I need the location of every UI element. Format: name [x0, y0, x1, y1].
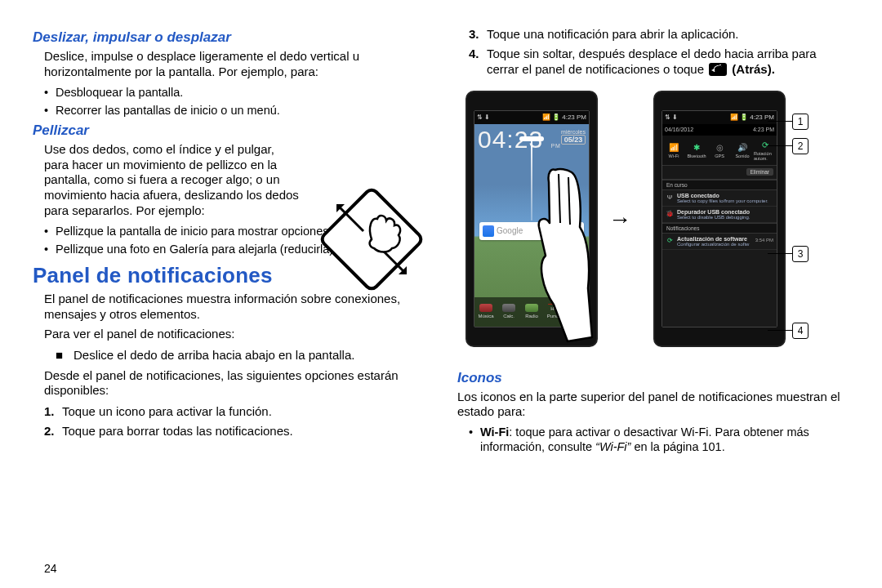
quick-toggles-row: 📶Wi-Fi ✱Bluetooth ◎GPS 🔊Sonido ⟳Rotación… [662, 136, 777, 166]
step-text: Toque sin soltar, después desplace el de… [487, 46, 849, 78]
bug-icon: 🐞 [666, 210, 674, 218]
dock-label: Música [478, 313, 493, 320]
arrow-right-icon: → [608, 207, 631, 233]
pinch-gesture-illustration [310, 178, 433, 301]
status-right: 📶 🔋 4:23 PM [542, 114, 586, 121]
phone-notification-panel: ⇅⬇ 📶 🔋 4:23 PM 04/16/2012 4:23 PM 📶Wi-Fi… [653, 91, 786, 347]
status-right: 📶 🔋 4:23 PM [730, 114, 774, 121]
panel-time: 4:23 PM [753, 127, 774, 132]
phone-screen: ⇅⬇ 📶 🔋 4:23 PM 04/16/2012 4:23 PM 📶Wi-Fi… [662, 110, 777, 327]
callout-number: 2 [792, 138, 808, 154]
dock-label: aciones [569, 313, 586, 320]
left-column: Deslizar, impulsar o desplazar Deslice, … [16, 24, 441, 580]
status-bar: ⇅⬇ 📶 🔋 4:23 PM [662, 111, 777, 124]
toggle-rotation: ⟳Rotación autom. [754, 136, 777, 165]
notif-debug: 🐞 Depurador USB conectado Select to disa… [662, 207, 777, 223]
phone-homescreen: ⇅⬇ 📶 🔋 4:23 PM 04:23 PM miércoles 05/23 [466, 91, 598, 347]
clear-button: Eliminar [746, 168, 773, 176]
bullet: Desbloquear la pantalla. [33, 85, 425, 100]
clock-day: miércoles [561, 129, 586, 135]
section-en-curso: En curso [662, 180, 777, 190]
step-text: Toque para borrar todas las notificacion… [62, 423, 293, 439]
panel-date-row: 04/16/2012 4:23 PM [662, 124, 777, 136]
square-step: ■ Deslice el dedo de arriba hacia abajo … [33, 347, 425, 363]
back-icon [709, 63, 727, 76]
notif-usb: Ψ USB conectado Select to copy files to/… [662, 190, 777, 207]
toggle-wifi: 📶Wi-Fi [662, 136, 685, 165]
google-icon [483, 225, 494, 237]
heading-pellizcar: Pellizcar [33, 122, 425, 139]
wifi-italic: “Wi-Fi” [595, 440, 630, 453]
callout-number: 3 [792, 246, 808, 262]
pull-handle-line [531, 139, 532, 220]
toggle-bluetooth: ✱Bluetooth [685, 136, 708, 165]
toggle-label: Bluetooth [687, 154, 706, 158]
status-left-icons: ⇅⬇ [665, 114, 679, 121]
dock-label: Hot Pursuit [546, 305, 563, 320]
step-3: 3. Toque una notificación para abrir la … [457, 26, 849, 42]
clear-row: Eliminar [662, 166, 777, 180]
callout-3: 3 [792, 246, 808, 262]
page-number: 24 [44, 562, 57, 575]
callout-1: 1 [792, 114, 808, 130]
status-bar: ⇅⬇ 📶 🔋 4:23 PM [474, 111, 589, 124]
wallpaper: 04:23 PM miércoles 05/23 Google [474, 124, 589, 327]
status-time: 4:23 PM [750, 114, 774, 121]
notif-subtitle: Select to disable USB debugging. [677, 215, 773, 220]
status-left-icons: ⇅⬇ [477, 114, 492, 121]
step4-post: (Atrás). [732, 62, 775, 76]
dock-icon-music: Música [478, 304, 494, 320]
status-time: 4:23 PM [562, 114, 586, 121]
step-number: 2. [44, 423, 62, 439]
dock-icon-radio: Radio [523, 304, 540, 320]
toggle-sound: 🔊Sonido [731, 136, 754, 165]
toggle-gps: ◎GPS [708, 136, 731, 165]
google-label: Google [497, 226, 523, 235]
bullet: Recorrer las pantallas de inicio o un me… [33, 103, 425, 118]
step-text: Toque un icono para activar la función. [62, 403, 272, 420]
wifi-bold: Wi-Fi [480, 425, 509, 439]
toggle-label: Rotación autom. [754, 151, 777, 161]
callout-number: 1 [792, 114, 808, 130]
para-deslizar: Deslice, impulse o desplace ligeramente … [33, 49, 425, 80]
right-column: 3. Toque una notificación para abrir la … [441, 24, 866, 580]
dock-label: Calc. [503, 313, 514, 320]
toggle-label: GPS [715, 154, 724, 158]
bullet-wifi: Wi-Fi: toque para activar o desactivar W… [457, 425, 849, 454]
dock-icon-apps: aciones [569, 304, 586, 320]
notification-panel-figure: ⇅⬇ 📶 🔋 4:23 PM 04:23 PM miércoles 05/23 [457, 84, 849, 362]
dock-icon-pursuit: Hot Pursuit [546, 304, 563, 320]
dock: Música Calc. Radio Hot Pursuit aciones [474, 297, 589, 327]
notification-shade: 04/16/2012 4:23 PM 📶Wi-Fi ✱Bluetooth ◎GP… [662, 124, 777, 327]
phone-screen: ⇅⬇ 📶 🔋 4:23 PM 04:23 PM miércoles 05/23 [474, 110, 590, 327]
usb-icon: Ψ [666, 194, 674, 202]
step-text: Toque una notificación para abrir la apl… [487, 26, 739, 42]
step-2: 2. Toque para borrar todas las notificac… [33, 423, 425, 439]
para-panel-3: Desde el panel de notificaciones, las si… [33, 368, 425, 399]
square-step-text: Deslice el dedo de arriba hacia abajo en… [74, 347, 354, 363]
step-number: 4. [469, 46, 487, 78]
heading-iconos: Iconos [457, 370, 849, 386]
callout-2: 2 [792, 138, 808, 154]
para-panel-2: Para ver el panel de notificaciones: [33, 327, 425, 342]
google-search-bar: Google [479, 222, 584, 240]
wifi-text-b: en la página 101. [630, 440, 724, 453]
clock-ampm: PM [550, 143, 561, 149]
toggle-label: Sonido [735, 154, 749, 158]
notif-time: 3:54 PM [755, 238, 773, 243]
heading-deslizar: Deslizar, impulsar o desplazar [33, 29, 425, 46]
panel-date: 04/16/2012 [665, 127, 693, 132]
step-1: 1. Toque un icono para activar la funció… [33, 403, 425, 420]
refresh-icon: ⟳ [666, 237, 674, 245]
clock-date-num: 05/23 [561, 135, 586, 145]
notif-title: USB conectado [677, 193, 773, 198]
notif-subtitle: Select to copy files to/from your comput… [677, 198, 773, 203]
notif-title: Depurador USB conectado [677, 209, 773, 215]
toggle-label: Wi-Fi [669, 154, 679, 158]
callout-number: 4 [792, 323, 808, 339]
section-notificaciones: Notificaciones [662, 223, 777, 234]
notif-update: ⟳ Actualización de software Configurar a… [662, 234, 777, 250]
callout-4: 4 [792, 323, 808, 339]
manual-page: Deslizar, impulsar o desplazar Deslice, … [0, 0, 882, 588]
square-bullet-icon: ■ [56, 347, 74, 363]
